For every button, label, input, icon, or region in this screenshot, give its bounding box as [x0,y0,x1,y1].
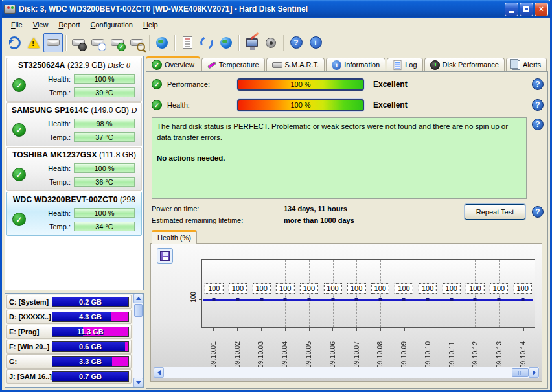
disk-accept-button[interactable]: ✓ [108,33,127,52]
disk-card[interactable]: SAMSUNG SP1614C (149.0 GB) D ✓ Health: 9… [6,102,142,146]
scroll-left-button[interactable] [154,367,164,378]
performance-gauge-icon [430,60,440,70]
drive-row[interactable]: F: [Win 20..] 0.6 GB [6,340,132,354]
lifetime-value: more than 1000 days [284,216,354,224]
disk-card[interactable]: WDC WD3200BEVT-00ZCT0 (298 ✓ Health: 100… [6,192,142,236]
drive-capacity-value: 3.3 GB [52,357,128,366]
disk-card-body: ✓ Health: 100 % Temp.: 36 °C [7,162,141,190]
drive-row[interactable]: D: [XXXXX..] 4.3 GB [6,310,132,324]
data-point-marker [378,298,382,301]
data-point-label: 100 [276,283,294,294]
gridline [262,260,262,327]
disk-model: TOSHIBA MK1237GSX [12,150,97,159]
health-row: Health: 98 % [32,119,135,128]
lifetime-row: Estimated remaining lifetime: more than … [152,216,243,224]
drive-row[interactable]: C: [System] 0.2 GB [6,295,132,309]
gridline [309,260,310,327]
drive-row[interactable]: J: [SAM 16..] 0.7 GB [6,369,132,384]
menu-item[interactable]: Configuration [85,19,137,30]
disk-details-button[interactable] [43,33,63,52]
network-button[interactable] [216,33,236,52]
report-icon [183,36,192,49]
report-button[interactable] [178,33,197,52]
preferences-button[interactable] [242,33,261,52]
disk-schedule-button[interactable] [88,33,108,52]
x-axis-label-cell: 09.10.09 [392,328,416,368]
toolbar-separator [149,35,150,51]
sounds-button[interactable] [261,33,281,52]
about-button[interactable]: i [306,33,325,52]
title-bar[interactable]: Disk: 3, WDC WD3200BEVT-00ZCT0 [WD-WXE40… [0,0,552,18]
chart-scrollbar[interactable] [154,367,539,378]
drive-list: C: [System] 0.2 GB D: [XXXXX..] 4.3 GB [5,293,144,388]
drive-label: E: [Prog] [9,328,52,336]
status-text: The hard disk status is PERFECT. Problem… [157,121,522,143]
disk-model: SAMSUNG SP1614C [12,106,89,115]
scrollbar-track[interactable] [164,367,512,378]
x-axis-tick [500,328,500,331]
disk-card[interactable]: ST3250624A (232.9 GB) Disk: 0 ✓ Health: … [6,58,142,102]
data-point-marker [236,298,239,301]
scroll-right-button[interactable] [529,367,539,378]
tab-disk-performance[interactable]: Disk Performance [424,58,505,71]
data-point-label: 100 [395,283,413,294]
drive-row[interactable]: G: 3.3 GB [6,354,132,369]
disk-title: WDC WD3200BEVT-00ZCT0 (298 [7,192,141,205]
tab-overview[interactable]: ✓ Overview [146,56,200,72]
drive-capacity-value: 0.7 GB [52,372,128,381]
drive-capacity-bar: 0.7 GB [52,371,129,382]
save-chart-button[interactable] [157,248,173,264]
drive-rows: C: [System] 0.2 GB D: [XXXXX..] 4.3 GB [5,294,133,387]
menu-item[interactable]: View [28,19,54,30]
power-on-row: Power on time: 134 days, 11 hours [152,205,199,213]
performance-bar: 100 % [237,78,364,91]
health-bar: 100 % [74,163,135,173]
health-help-icon[interactable]: ? [532,99,544,111]
scroll-up-button[interactable] [133,294,143,303]
tab-smart[interactable]: S.M.A.R.T. [266,58,325,71]
tab-temperature[interactable]: Temperature [201,58,265,71]
scroll-down-button[interactable] [133,378,143,387]
maximize-button[interactable] [520,3,533,16]
data-point-label: 100 [371,283,389,294]
tab-information[interactable]: i Information [326,58,385,71]
health-bar: 100 % [74,208,135,218]
help-button[interactable]: ? [286,33,306,52]
health-chart-tab[interactable]: Health (%) [152,230,197,244]
test-warning-button[interactable]: ! [24,33,43,52]
disk-acoustic-button[interactable] [69,33,88,52]
drive-list-scrollbar[interactable] [133,294,143,387]
disk-title: SAMSUNG SP1614C (149.0 GB) D [7,103,141,115]
scrollbar-thumb[interactable] [134,304,143,317]
close-button[interactable]: × [535,3,548,16]
x-axis-tick [380,328,381,331]
performance-help-icon[interactable]: ? [532,78,544,90]
disk-title: TOSHIBA MK1237GSX (111.8 GB) [7,148,141,160]
gauge-icon [78,43,87,51]
health-bar: 100 % [74,74,135,84]
disk-search-button[interactable] [127,33,146,52]
toolbar-separator [174,35,175,51]
scrollbar-thumb[interactable] [512,368,529,377]
network-globe-icon [220,37,232,49]
drive-row[interactable]: E: [Prog] 11.3 GB [6,325,132,339]
disk-card[interactable]: TOSHIBA MK1237GSX (111.8 GB) ✓ Health: 1… [6,147,142,191]
x-axis-label-cell: 09.10.11 [440,328,464,368]
refresh-button[interactable] [5,33,24,52]
tab-alerts[interactable]: Alerts [506,58,547,71]
tab-log[interactable]: Log [387,58,422,71]
repeat-test-help-icon[interactable]: ? [532,206,544,218]
x-axis-label-cell: 09.10.07 [345,328,369,368]
health-chart-plot: 100 100 100 [201,259,535,328]
menu-item[interactable]: File [6,19,28,30]
drive-label: J: [SAM 16..] [9,373,52,380]
status-help-icon[interactable]: ? [532,119,544,130]
menu-item[interactable]: Help [138,19,163,30]
drive-label: F: [Win 20..] [9,343,52,351]
online-info-button[interactable] [152,33,172,52]
repeat-test-button[interactable]: Repeat Test [465,204,525,220]
menu-item[interactable]: Report [53,19,85,30]
send-report-button[interactable] [197,33,216,52]
temp-label: Temp.: [32,223,71,231]
minimize-button[interactable] [505,3,518,16]
